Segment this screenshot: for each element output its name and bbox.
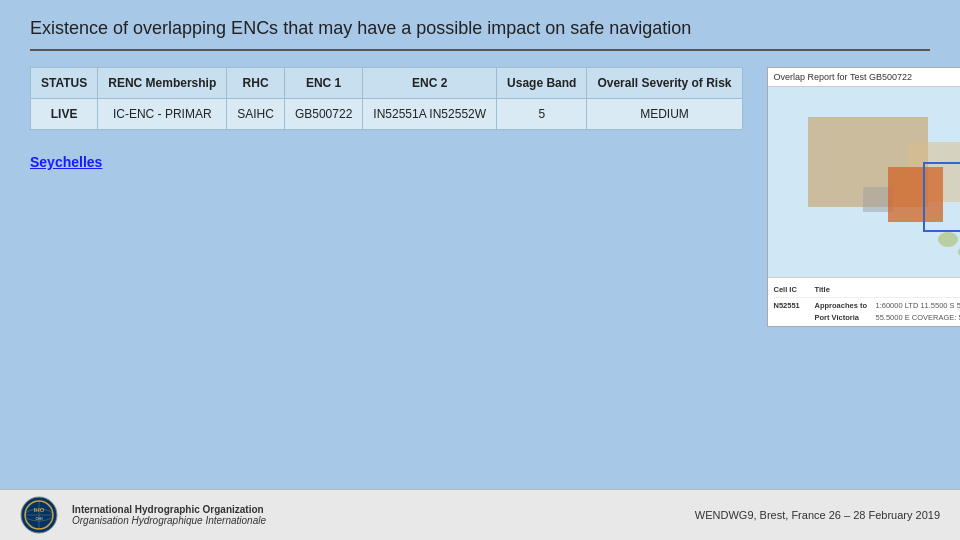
col-enc2: ENC 2: [363, 68, 497, 99]
map-container: Overlap Report for Test GB500722 Date: 1…: [767, 67, 960, 327]
col-enc1: ENC 1: [284, 68, 362, 99]
map-row0-title: Approaches to Port Victoria: [815, 300, 870, 327]
col-usage-band: Usage Band: [497, 68, 587, 99]
map-row0-desc: 1:60000 LTD 11.5500 S 55.5500 E 110.5500…: [876, 300, 960, 327]
map-table-row-0: N52551 Approaches to Port Victoria 1:600…: [774, 298, 960, 327]
data-table: STATUS RENC Membership RHC ENC 1 ENC 2 U…: [30, 67, 743, 130]
footer-event: WENDWG9, Brest, France 26 – 28 February …: [695, 509, 940, 521]
col-renc: RENC Membership: [98, 68, 227, 99]
seychelles-link[interactable]: Seychelles: [30, 154, 102, 170]
cell-severity: MEDIUM: [587, 99, 742, 130]
cell-renc: IC-ENC - PRIMAR: [98, 99, 227, 130]
map-header-left: Overlap Report for Test GB500722: [774, 72, 912, 82]
map-col-desc: [876, 284, 960, 295]
map-body: [768, 87, 960, 277]
map-table-header: Cell IC Title: [774, 282, 960, 298]
map-shape-blue-outline: [923, 162, 960, 232]
map-header: Overlap Report for Test GB500722 Date: 1…: [768, 68, 960, 87]
map-island-1: [938, 232, 958, 247]
cell-usage-band: 5: [497, 99, 587, 130]
cell-enc2: IN52551A IN52552W: [363, 99, 497, 130]
footer-org: International Hydrographic Organization …: [72, 504, 266, 526]
table-row: LIVE IC-ENC - PRIMAR SAIHC GB500722 IN52…: [31, 99, 743, 130]
footer-org-sub: Organisation Hydrographique Internationa…: [72, 515, 266, 526]
main-content: STATUS RENC Membership RHC ENC 1 ENC 2 U…: [0, 67, 960, 327]
divider: [30, 49, 930, 51]
col-status: STATUS: [31, 68, 98, 99]
map-col-id: Cell IC: [774, 284, 809, 295]
page-title: Existence of overlapping ENCs that may h…: [0, 0, 960, 49]
cell-rhc: SAIHC: [227, 99, 285, 130]
cell-status: LIVE: [31, 99, 98, 130]
table-header-row: STATUS RENC Membership RHC ENC 1 ENC 2 U…: [31, 68, 743, 99]
iho-logo: IHO OHI: [20, 496, 58, 534]
col-rhc: RHC: [227, 68, 285, 99]
footer: IHO OHI International Hydrographic Organ…: [0, 489, 960, 540]
page-container: Existence of overlapping ENCs that may h…: [0, 0, 960, 327]
left-section: STATUS RENC Membership RHC ENC 1 ENC 2 U…: [30, 67, 743, 327]
col-severity: Overall Severity of Risk: [587, 68, 742, 99]
map-row0-id: N52551: [774, 300, 809, 327]
cell-enc1: GB500722: [284, 99, 362, 130]
footer-org-main: International Hydrographic Organization: [72, 504, 266, 515]
map-table-section: Cell IC Title N52551 Approaches to Port …: [768, 277, 960, 327]
map-col-title: Title: [815, 284, 870, 295]
